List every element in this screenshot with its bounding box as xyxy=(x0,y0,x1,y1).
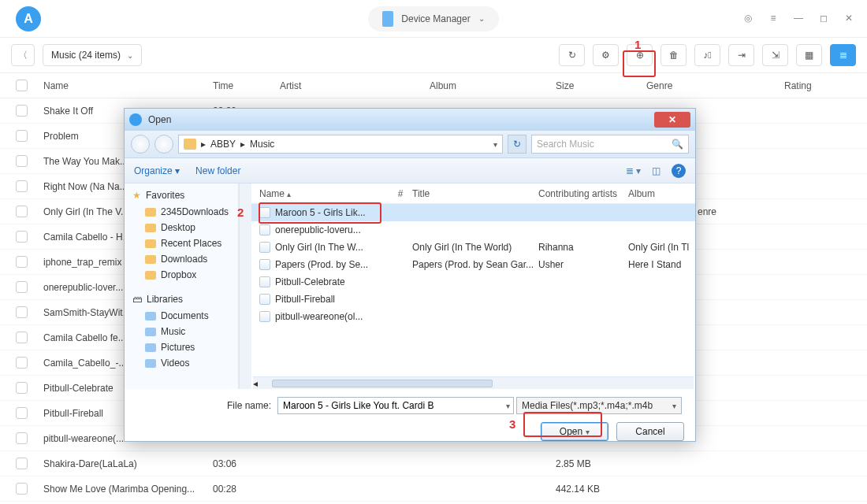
libraries-icon: 🗃 xyxy=(132,294,142,305)
open-dialog: Open ✕ ▸ ABBY ▸ Music ▾ ↻ Search Music 🔍… xyxy=(124,108,696,442)
sidebar-item[interactable]: Music xyxy=(125,324,238,339)
highlight-open-button xyxy=(523,412,602,437)
minimize-icon[interactable]: ― xyxy=(791,11,806,25)
help-icon[interactable]: ? xyxy=(672,164,686,178)
star-icon: ★ xyxy=(132,190,141,201)
nav-refresh-button[interactable]: ↻ xyxy=(508,135,527,154)
row-checkbox[interactable] xyxy=(16,306,28,318)
new-folder-button[interactable]: New folder xyxy=(195,165,240,176)
row-checkbox[interactable] xyxy=(16,432,28,444)
search-icon: 🔍 xyxy=(672,139,683,150)
row-checkbox[interactable] xyxy=(16,180,28,192)
sidebar-item[interactable]: Downloads xyxy=(125,251,238,267)
table-row[interactable]: Show Me Love (Marimba Opening... 00:28 4… xyxy=(0,476,867,502)
sidebar-item[interactable]: Pictures xyxy=(125,339,238,355)
chevron-down-icon[interactable]: ▾ xyxy=(493,140,497,149)
row-checkbox[interactable] xyxy=(16,407,28,419)
col-time[interactable]: Time xyxy=(213,80,280,91)
row-checkbox[interactable] xyxy=(16,231,28,243)
sidebar-item[interactable]: Videos xyxy=(125,355,238,371)
row-size: 442.14 KB xyxy=(556,484,646,495)
audio-file-icon xyxy=(259,259,270,270)
grid-view-button[interactable]: ▦ xyxy=(796,44,822,66)
table-header: Name Time Artist Album Size Genre Rating xyxy=(0,73,867,98)
row-checkbox[interactable] xyxy=(16,382,28,394)
file-row[interactable]: Papers (Prod. by Se... Papers (Prod. by … xyxy=(251,256,695,273)
row-checkbox[interactable] xyxy=(16,105,28,117)
settings-button[interactable]: ⚙ xyxy=(593,44,619,66)
table-row[interactable]: Shakira-Dare(LaLaLa) 03:06 2.85 MB xyxy=(0,451,867,476)
device-manager-dropdown[interactable]: Device Manager ⌄ xyxy=(368,6,498,32)
nav-forward-button[interactable] xyxy=(154,135,173,154)
sidebar-libraries[interactable]: 🗃Libraries xyxy=(125,291,238,308)
breadcrumb[interactable]: ▸ ABBY ▸ Music ▾ xyxy=(178,135,503,154)
music-dropdown[interactable]: Music (24 items) ⌄ xyxy=(43,44,142,66)
device-label: Device Manager xyxy=(401,13,470,24)
sidebar-favorites[interactable]: ★Favorites xyxy=(125,187,238,204)
delete-button[interactable]: 🗑 xyxy=(660,44,687,66)
file-row[interactable]: Pitbull-Fireball xyxy=(251,291,695,308)
row-time: 00:28 xyxy=(213,484,280,495)
col-name[interactable]: Name xyxy=(43,80,213,91)
dialog-icon xyxy=(129,113,142,126)
close-icon[interactable]: ✕ xyxy=(842,11,856,25)
row-checkbox[interactable] xyxy=(16,281,28,293)
row-checkbox[interactable] xyxy=(16,483,28,495)
sidebar-item[interactable]: Documents xyxy=(125,308,238,324)
audio-file-icon xyxy=(259,311,270,322)
col-genre[interactable]: Genre xyxy=(646,80,784,91)
preview-pane-button[interactable]: ◫ xyxy=(652,165,660,176)
row-checkbox[interactable] xyxy=(16,458,28,469)
target-icon[interactable]: ◎ xyxy=(741,11,755,25)
filename-dropdown-icon[interactable]: ▾ xyxy=(506,402,510,410)
nav-back-button[interactable] xyxy=(131,135,150,154)
col-rating[interactable]: Rating xyxy=(784,80,867,91)
sidebar-item[interactable]: Recent Places xyxy=(125,235,238,251)
col-album[interactable]: Album xyxy=(430,80,556,91)
crumb-2[interactable]: Music xyxy=(250,139,274,150)
row-checkbox[interactable] xyxy=(16,206,28,217)
organize-menu[interactable]: Organize ▾ xyxy=(134,165,180,176)
music-label: Music (24 items) xyxy=(51,50,121,61)
crumb-1[interactable]: ABBY xyxy=(210,139,236,150)
sidebar-item[interactable]: Desktop xyxy=(125,220,238,235)
sidebar-item[interactable]: Dropbox xyxy=(125,267,238,283)
file-row[interactable]: pitbull-weareone(ol... xyxy=(251,308,695,325)
dialog-titlebar[interactable]: Open ✕ xyxy=(125,109,695,131)
menu-icon[interactable]: ≡ xyxy=(766,11,780,25)
search-input[interactable]: Search Music 🔍 xyxy=(531,135,689,154)
checkbox-all[interactable] xyxy=(16,80,28,91)
file-list-hscrollbar[interactable]: ◂ xyxy=(253,376,694,389)
filename-input[interactable] xyxy=(277,397,514,414)
library-icon xyxy=(145,359,156,368)
refresh-button[interactable]: ↻ xyxy=(559,44,585,66)
export-button[interactable]: ⇥ xyxy=(728,44,754,66)
file-row[interactable]: Pitbull-Celebrate xyxy=(251,273,695,291)
cancel-button[interactable]: Cancel xyxy=(616,422,684,441)
dialog-close-button[interactable]: ✕ xyxy=(654,112,690,128)
to-pc-button[interactable]: ⇲ xyxy=(762,44,788,66)
list-view-button[interactable]: ≣ xyxy=(830,44,856,66)
search-placeholder: Search Music xyxy=(537,139,594,150)
audio-file-icon xyxy=(259,294,270,305)
row-checkbox[interactable] xyxy=(16,256,28,268)
row-checkbox[interactable] xyxy=(16,357,28,369)
music-note-button[interactable]: ♪⃝ xyxy=(694,44,720,66)
row-checkbox[interactable] xyxy=(16,155,28,167)
file-row[interactable]: onerepublic-loveru... xyxy=(251,221,695,239)
view-mode-button[interactable]: ≣ ▾ xyxy=(626,165,641,176)
callout-2: 2 xyxy=(237,206,244,219)
col-size[interactable]: Size xyxy=(556,80,646,91)
row-checkbox[interactable] xyxy=(16,332,28,343)
folder-icon xyxy=(145,208,156,217)
back-button[interactable]: 〈 xyxy=(11,44,35,66)
sidebar-item[interactable]: 2345Downloads xyxy=(125,204,238,220)
sidebar: ★Favorites 2345DownloadsDesktopRecent Pl… xyxy=(125,183,239,389)
filename-label: File name: xyxy=(136,400,271,411)
folder-icon xyxy=(145,255,156,264)
row-checkbox[interactable] xyxy=(16,130,28,142)
col-artist[interactable]: Artist xyxy=(280,80,430,91)
file-row[interactable]: Only Girl (In The W... Only Girl (In The… xyxy=(251,239,695,256)
phone-icon xyxy=(382,11,393,27)
maximize-icon[interactable]: ◻ xyxy=(817,11,831,25)
